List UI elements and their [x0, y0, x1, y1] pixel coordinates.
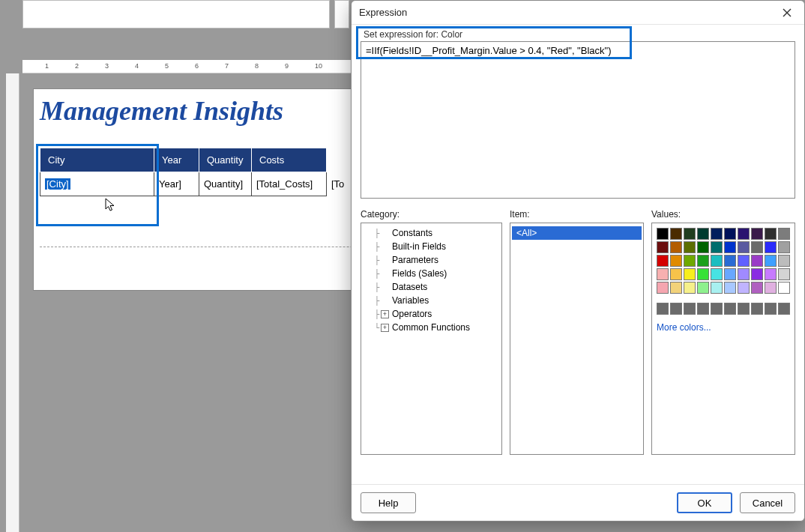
help-button[interactable]: Help [361, 492, 416, 513]
color-swatch[interactable] [738, 268, 750, 280]
color-swatch[interactable] [711, 255, 723, 267]
expand-icon[interactable]: + [381, 324, 389, 332]
color-swatch[interactable] [751, 282, 763, 294]
color-swatch[interactable] [778, 241, 790, 253]
tablix[interactable]: City Year Quantity Costs [City] Year] Qu… [40, 148, 349, 196]
report-title[interactable]: Management Insights [40, 95, 283, 127]
color-swatch[interactable] [711, 268, 723, 280]
color-swatch[interactable] [778, 268, 790, 280]
color-swatch[interactable] [697, 255, 709, 267]
recent-color-swatch[interactable] [711, 303, 723, 315]
color-swatch[interactable] [670, 228, 682, 240]
recent-color-swatch[interactable] [684, 303, 696, 315]
color-swatch[interactable] [697, 241, 709, 253]
color-swatch[interactable] [711, 228, 723, 240]
ruler-tick: 5 [165, 62, 169, 70]
color-swatch[interactable] [778, 255, 790, 267]
more-colors-link[interactable]: More colors... [657, 322, 790, 333]
recent-color-swatch[interactable] [751, 303, 763, 315]
cell-costs[interactable]: [Total_Costs] [252, 172, 327, 196]
color-swatch[interactable] [670, 268, 682, 280]
recent-color-swatch[interactable] [670, 303, 682, 315]
color-swatch[interactable] [724, 282, 736, 294]
recent-color-swatch[interactable] [724, 303, 736, 315]
ruler-tick: 1 [45, 62, 49, 70]
close-button[interactable] [777, 3, 797, 22]
color-swatch[interactable] [670, 282, 682, 294]
col-header-costs[interactable]: Costs [252, 148, 327, 172]
color-swatch[interactable] [657, 241, 669, 253]
vertical-ruler [6, 73, 19, 532]
color-swatch[interactable] [657, 228, 669, 240]
item-all[interactable]: <All> [512, 226, 642, 240]
color-swatch[interactable] [711, 241, 723, 253]
color-swatch[interactable] [724, 268, 736, 280]
color-swatch[interactable] [657, 282, 669, 294]
color-swatch[interactable] [738, 255, 750, 267]
dialog-titlebar[interactable]: Expression [352, 1, 804, 25]
category-datasets[interactable]: ├Datasets [363, 280, 500, 294]
category-common-functions[interactable]: └+Common Functions [363, 321, 500, 334]
color-swatch[interactable] [765, 282, 777, 294]
cell-city[interactable]: [City] [40, 172, 154, 196]
color-swatch[interactable] [724, 241, 736, 253]
cell-year[interactable]: Year] [154, 172, 199, 196]
color-swatch[interactable] [657, 255, 669, 267]
color-swatch[interactable] [765, 268, 777, 280]
cell-quantity[interactable]: Quantity] [199, 172, 252, 196]
category-operators[interactable]: ├+Operators [363, 307, 500, 321]
ruler-tick: 3 [105, 62, 109, 70]
color-swatch[interactable] [724, 255, 736, 267]
color-swatch[interactable] [765, 228, 777, 240]
category-label: Datasets [392, 282, 427, 292]
color-swatch[interactable] [697, 228, 709, 240]
category-parameters[interactable]: ├Parameters [363, 253, 500, 267]
tablix-header-row[interactable]: City Year Quantity Costs [40, 148, 349, 172]
cancel-button[interactable]: Cancel [740, 492, 795, 513]
color-swatch[interactable] [778, 228, 790, 240]
col-header-year[interactable]: Year [154, 148, 199, 172]
recent-color-swatch[interactable] [697, 303, 709, 315]
recent-color-swatch[interactable] [778, 303, 790, 315]
recent-color-swatch[interactable] [738, 303, 750, 315]
color-swatch[interactable] [657, 268, 669, 280]
recent-color-swatch[interactable] [657, 303, 669, 315]
color-swatch[interactable] [684, 282, 696, 294]
color-swatch[interactable] [738, 241, 750, 253]
color-swatch[interactable] [684, 255, 696, 267]
ok-button[interactable]: OK [677, 492, 732, 513]
color-swatch-grid [657, 228, 790, 294]
color-swatch[interactable] [670, 241, 682, 253]
recent-color-swatch[interactable] [765, 303, 777, 315]
category-variables[interactable]: ├Variables [363, 294, 500, 307]
expand-icon[interactable]: + [381, 310, 389, 318]
category-list[interactable]: ├Constants├Built-in Fields├Parameters├Fi… [361, 223, 502, 455]
category-constants[interactable]: ├Constants [363, 226, 500, 240]
color-swatch[interactable] [738, 228, 750, 240]
cell-overflow: [To [327, 172, 349, 196]
tablix-detail-row[interactable]: [City] Year] Quantity] [Total_Costs] [To [40, 172, 349, 196]
color-swatch[interactable] [697, 282, 709, 294]
color-swatch[interactable] [738, 282, 750, 294]
col-header-city[interactable]: City [40, 148, 154, 172]
color-swatch[interactable] [751, 255, 763, 267]
item-list[interactable]: <All> [510, 223, 644, 455]
color-swatch[interactable] [751, 241, 763, 253]
color-swatch[interactable] [684, 228, 696, 240]
category-label: Constants [392, 228, 432, 238]
color-swatch[interactable] [778, 282, 790, 294]
col-header-quantity[interactable]: Quantity [199, 148, 252, 172]
color-swatch[interactable] [711, 282, 723, 294]
color-swatch[interactable] [684, 268, 696, 280]
color-swatch[interactable] [765, 255, 777, 267]
color-swatch[interactable] [751, 268, 763, 280]
color-swatch[interactable] [724, 228, 736, 240]
color-swatch[interactable] [765, 241, 777, 253]
color-swatch[interactable] [670, 255, 682, 267]
color-swatch[interactable] [684, 241, 696, 253]
expression-textarea[interactable] [361, 41, 795, 199]
color-swatch[interactable] [697, 268, 709, 280]
category-built-in-fields[interactable]: ├Built-in Fields [363, 240, 500, 253]
color-swatch[interactable] [751, 228, 763, 240]
category-fields-sales-[interactable]: ├Fields (Sales) [363, 267, 500, 280]
